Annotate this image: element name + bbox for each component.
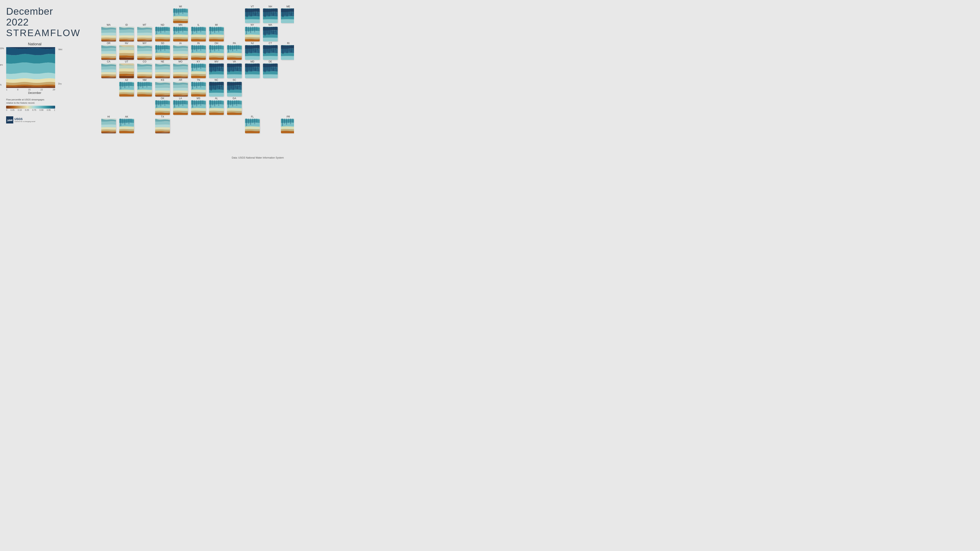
- state-chart-or[interactable]: [101, 45, 116, 60]
- state-chart-ar[interactable]: [173, 82, 188, 97]
- state-chart-pa[interactable]: [227, 45, 242, 60]
- state-chart-ri[interactable]: [281, 45, 294, 60]
- svg-rect-10: [185, 8, 185, 13]
- svg-rect-126: [286, 45, 288, 53]
- svg-rect-125: [285, 45, 285, 52]
- state-chart-ia[interactable]: [173, 45, 188, 60]
- state-chart-ne[interactable]: [155, 64, 170, 78]
- state-chart-sd[interactable]: [155, 45, 170, 60]
- state-chart-ky[interactable]: [191, 64, 206, 78]
- usgs-tagline: science for a changing world: [14, 121, 35, 122]
- state-label-ms: MS: [197, 97, 200, 100]
- legend-section: Flow percentile at USGS streamgagesrelat…: [6, 98, 63, 111]
- state-chart-il[interactable]: [191, 27, 206, 41]
- state-chart-pr[interactable]: [281, 119, 294, 133]
- state-chart-nj[interactable]: [245, 45, 260, 60]
- svg-rect-194: [211, 82, 212, 91]
- state-chart-ca[interactable]: [101, 64, 116, 78]
- state-chart-mt[interactable]: [137, 27, 152, 41]
- state-chart-wv[interactable]: [209, 64, 224, 78]
- svg-rect-262: [288, 119, 289, 123]
- state-label-nv: NV: [125, 42, 129, 45]
- state-chart-sc[interactable]: [227, 82, 242, 97]
- national-chart: [6, 47, 55, 88]
- state-chart-ok[interactable]: [155, 100, 170, 115]
- state-cell-wy: WY: [137, 42, 152, 60]
- state-cell-nv: NV: [119, 42, 134, 60]
- state-chart-az[interactable]: [119, 82, 134, 97]
- state-chart-va[interactable]: [227, 64, 242, 78]
- svg-rect-257: [256, 119, 257, 123]
- state-chart-al[interactable]: [209, 100, 224, 115]
- state-chart-ms[interactable]: [191, 100, 206, 115]
- svg-rect-40: [165, 27, 165, 32]
- svg-rect-52: [196, 27, 197, 33]
- state-chart-nh[interactable]: [263, 8, 278, 23]
- state-chart-oh[interactable]: [209, 45, 224, 60]
- svg-rect-45: [178, 27, 179, 33]
- state-chart-co[interactable]: [137, 64, 152, 78]
- svg-rect-74: [271, 27, 272, 33]
- state-chart-nm[interactable]: [137, 82, 152, 97]
- state-cell-md: MD: [245, 60, 260, 78]
- state-chart-me[interactable]: [281, 8, 294, 23]
- svg-rect-96: [210, 45, 211, 52]
- state-chart-hi[interactable]: [101, 119, 116, 133]
- state-label-co: CO: [143, 60, 146, 63]
- svg-rect-62: [221, 27, 221, 31]
- svg-rect-180: [143, 82, 143, 88]
- state-chart-vt[interactable]: [245, 8, 260, 23]
- state-chart-ga[interactable]: [227, 100, 242, 115]
- svg-rect-159: [251, 64, 251, 71]
- state-chart-ny[interactable]: [245, 27, 260, 41]
- state-chart-in[interactable]: [191, 45, 206, 60]
- svg-rect-86: [167, 45, 167, 49]
- state-chart-la[interactable]: [173, 100, 188, 115]
- state-chart-fl[interactable]: [245, 119, 260, 133]
- state-chart-ak[interactable]: [119, 119, 134, 133]
- svg-rect-244: [121, 119, 121, 126]
- state-chart-de[interactable]: [263, 64, 278, 78]
- main-container: December 2022 STREAMFLOW National 100% g…: [0, 0, 294, 165]
- state-chart-mi[interactable]: [209, 27, 224, 41]
- state-chart-nd[interactable]: [155, 27, 170, 41]
- state-chart-tx[interactable]: [155, 119, 170, 133]
- state-chart-nv[interactable]: [119, 45, 134, 60]
- state-chart-ct[interactable]: [263, 45, 278, 60]
- svg-rect-183: [149, 82, 149, 86]
- title-december: December 2022: [6, 6, 63, 28]
- state-chart-nc[interactable]: [209, 82, 224, 97]
- state-chart-id[interactable]: [119, 27, 134, 41]
- state-chart-ma[interactable]: [263, 27, 278, 41]
- svg-rect-201: [229, 82, 229, 91]
- left-panel: December 2022 STREAMFLOW National 100% g…: [6, 4, 63, 161]
- svg-rect-215: [174, 100, 175, 108]
- svg-rect-152: [233, 64, 234, 71]
- state-chart-wi[interactable]: [173, 8, 188, 23]
- svg-rect-101: [221, 45, 221, 49]
- svg-rect-53: [199, 27, 199, 31]
- svg-rect-75: [273, 27, 274, 34]
- state-label-hi: HI: [107, 115, 110, 118]
- state-chart-wa[interactable]: [101, 27, 116, 41]
- svg-rect-22: [271, 8, 272, 14]
- state-label-ok: OK: [161, 97, 164, 100]
- state-chart-mo[interactable]: [173, 64, 188, 78]
- state-label-ak: AK: [125, 115, 128, 118]
- state-chart-ks[interactable]: [155, 82, 170, 97]
- svg-rect-145: [215, 64, 216, 71]
- svg-rect-127: [289, 45, 290, 51]
- state-chart-mn[interactable]: [173, 27, 188, 41]
- state-label-ma: MA: [269, 24, 272, 26]
- state-cell-mn: MN: [173, 24, 188, 41]
- svg-rect-158: [249, 64, 250, 70]
- state-chart-md[interactable]: [245, 64, 260, 78]
- state-chart-wy[interactable]: [137, 45, 152, 60]
- state-chart-tn[interactable]: [191, 82, 206, 97]
- title-section: December 2022 STREAMFLOW: [6, 6, 63, 38]
- svg-rect-162: [257, 64, 258, 68]
- svg-rect-248: [129, 119, 129, 124]
- state-cell-ok: OK: [155, 97, 170, 115]
- state-cell-nd: ND: [155, 24, 170, 41]
- state-chart-ut[interactable]: [119, 64, 134, 78]
